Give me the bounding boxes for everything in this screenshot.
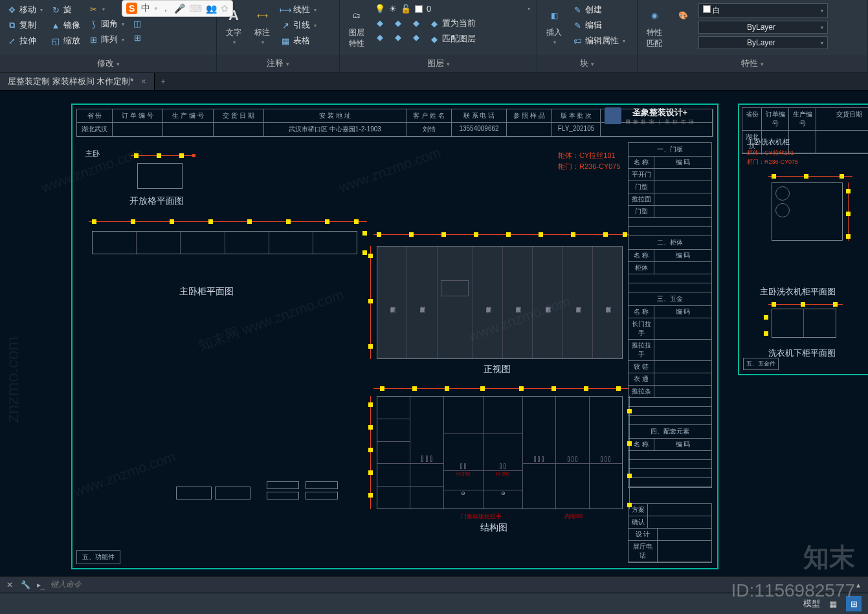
elevation-label: 正视图 — [484, 364, 511, 375]
cabinet-plan-label: 主卧柜平面图 — [179, 286, 234, 298]
block-edit-button[interactable]: ✎编辑 — [570, 18, 628, 32]
document-tab-bar: 屋整装定制 家装样板间 木作定制* × + — [0, 72, 868, 91]
elevation-view: 厂配拆直装 厂配拆直装 厂配拆直装 厂配拆直装 厂配拆直装 厂配拆直装 厂配拆直… — [377, 246, 623, 359]
th-cust: 客 户 姓 名 — [406, 109, 452, 122]
info-table: 一、门板 名 称编 码 平开门 门型 推拉面 门型 二、柜体 名 称编 码 柜体… — [628, 142, 712, 488]
watermark-brand: 知末 — [803, 540, 855, 575]
watermark-id: ID:1156982577 — [731, 580, 855, 601]
layer-i1[interactable]: ◆ — [372, 16, 388, 29]
ltype-combo[interactable]: ByLayer▾ — [698, 36, 863, 50]
th-tel: 联 系 电 话 — [452, 109, 507, 122]
prop-panel-title: 特性 — [638, 55, 867, 72]
cabinet-plan — [92, 231, 357, 254]
th-province: 省 份 — [77, 109, 113, 122]
linear-dim-button[interactable]: ⟼线性▾ — [278, 3, 319, 17]
shelf-plan-label: 开放格平面图 — [129, 195, 184, 207]
th-addr: 安 装 地 址 — [264, 109, 406, 122]
structure-view: ⫿⫿⫿ ⫿⫿H:350⊙ ⫿⫿H:350⊙ ⫿⫿⫿ ⫿⫿⫿ ⫿⫿⫿ — [377, 396, 623, 509]
document-tab[interactable]: 屋整装定制 家装样板间 木作定制* × — [0, 73, 155, 90]
layer-prop-button[interactable]: 🗂图层 特性 — [344, 3, 370, 55]
func-label: 五、功能件 — [76, 550, 120, 564]
th-prod: 生 产 编 号 — [163, 109, 214, 122]
annot-panel-title: 注释 — [217, 55, 339, 72]
tab-add-button[interactable]: + — [155, 74, 172, 89]
layer-panel-title: 图层 — [340, 55, 537, 72]
copy-button[interactable]: ⧉复制 — [4, 18, 45, 32]
table-button[interactable]: ▦表格 — [278, 34, 319, 48]
th-sample: 参 照 样 品 — [507, 109, 552, 122]
drawing-canvas[interactable]: 省 份 订 单 编 号 生 产 编 号 交 货 日 期 安 装 地 址 客 户 … — [0, 91, 868, 580]
shelf-box — [137, 163, 183, 189]
trim-button[interactable]: ✂▾ — [85, 3, 127, 16]
modify-panel-title: 修改 — [0, 55, 216, 72]
cmd-wrench-icon[interactable]: 🔧 — [19, 579, 31, 591]
rotate-button[interactable]: ↻旋 — [48, 3, 83, 17]
layer-i6[interactable]: ◆ — [408, 30, 424, 43]
layer-i4[interactable]: ◆ — [390, 30, 406, 43]
th-ver: 版 本 批 次 — [552, 109, 601, 122]
move-button[interactable]: ✥移动▾ — [4, 3, 45, 17]
company-cell: 圣象整装设计+ 用 象 装 家 ｜ 美 好 生 活 — [601, 109, 713, 122]
mirror-button[interactable]: ▲镜像 — [48, 18, 83, 32]
structure-label: 结构图 — [480, 522, 507, 534]
color-combo[interactable]: 白▾ — [698, 3, 863, 19]
th-order: 订 单 编 号 — [113, 109, 163, 122]
array-button[interactable]: ⊞阵列▾ — [85, 32, 127, 47]
material-note: 柜体：CY拉丝101柜门：R236-CY075 — [558, 150, 621, 171]
fillet-button[interactable]: ⟆圆角▾ — [85, 17, 127, 31]
misc3-button[interactable]: ⊞ — [129, 31, 145, 44]
layer-i5[interactable]: ◆ — [408, 16, 424, 29]
bedroom-label: 主卧 — [85, 149, 100, 159]
block-panel-title: 块 — [537, 55, 637, 72]
match-layer-button[interactable]: ◆匹配图层 — [427, 32, 478, 46]
cmd-close-icon[interactable]: ✕ — [4, 579, 16, 591]
layer-combo[interactable]: 💡☀🔓 0 ▾ — [372, 3, 533, 15]
stretch-button[interactable]: ⤢拉伸 — [4, 34, 45, 48]
th-date: 交 货 日 期 — [214, 109, 264, 122]
insert-button[interactable]: ◧插入▾ — [541, 3, 567, 55]
scale-button[interactable]: ◱缩放 — [48, 34, 83, 48]
leader-button[interactable]: ↗引线▾ — [278, 18, 319, 32]
set-current-button[interactable]: ◆置为当前 — [427, 16, 478, 30]
layer-i3[interactable]: ◆ — [390, 16, 406, 29]
cmd-prompt-icon: ▸_ — [35, 579, 47, 591]
misc2-button[interactable]: ◫ — [129, 17, 145, 30]
block-attr-button[interactable]: 🏷编辑属性▾ — [570, 34, 628, 48]
color-wheel-button[interactable]: 🎨 — [670, 3, 696, 55]
linew-combo[interactable]: ByLayer▾ — [698, 20, 863, 34]
match-prop-button[interactable]: ◉特性 匹配 — [641, 3, 667, 55]
dimension-button[interactable]: ⟷标注▾ — [249, 3, 275, 55]
layer-i2[interactable]: ◆ — [372, 30, 388, 43]
info-table-bottom: 方案 确认 设 计 展厅电话 — [628, 503, 712, 563]
command-input[interactable]: 键入命令 — [50, 579, 82, 590]
ime-toolbar: S 中•， 🎤⌨👥✿ — [122, 0, 233, 17]
block-create-button[interactable]: ✎创建 — [570, 3, 628, 17]
